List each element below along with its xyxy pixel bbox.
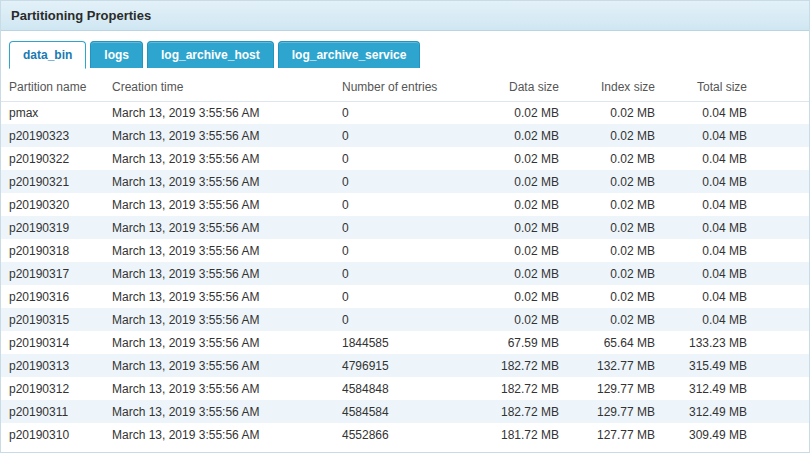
table-cell: 127.77 MB bbox=[567, 423, 663, 446]
table-cell: 0 bbox=[334, 262, 471, 285]
table-cell: 0.02 MB bbox=[567, 101, 663, 124]
table-cell: March 13, 2019 3:55:56 AM bbox=[104, 308, 334, 331]
table-cell: pmax bbox=[1, 101, 104, 124]
table-cell: 315.49 MB bbox=[663, 354, 809, 377]
table-cell: p20190317 bbox=[1, 262, 104, 285]
table-cell: 0.02 MB bbox=[471, 101, 567, 124]
table-cell: 0.02 MB bbox=[471, 170, 567, 193]
table-cell: 0.04 MB bbox=[663, 101, 809, 124]
table-cell: 67.59 MB bbox=[471, 331, 567, 354]
tab-data_bin[interactable]: data_bin bbox=[9, 41, 86, 69]
table-body: pmaxMarch 13, 2019 3:55:56 AM00.02 MB0.0… bbox=[1, 101, 809, 446]
tab-logs[interactable]: logs bbox=[90, 41, 143, 68]
tab-log_archive_service[interactable]: log_archive_service bbox=[278, 41, 421, 68]
table-row[interactable]: p20190312March 13, 2019 3:55:56 AM458484… bbox=[1, 377, 809, 400]
table-cell: 0.02 MB bbox=[567, 308, 663, 331]
table-row[interactable]: p20190321March 13, 2019 3:55:56 AM00.02 … bbox=[1, 170, 809, 193]
table-cell: 0.02 MB bbox=[567, 285, 663, 308]
table-cell: 312.49 MB bbox=[663, 377, 809, 400]
table-cell: 0.04 MB bbox=[663, 170, 809, 193]
table-cell: March 13, 2019 3:55:56 AM bbox=[104, 147, 334, 170]
table-cell: 0.04 MB bbox=[663, 239, 809, 262]
table-cell: 0.04 MB bbox=[663, 147, 809, 170]
table-cell: 129.77 MB bbox=[567, 400, 663, 423]
table-row[interactable]: p20190315March 13, 2019 3:55:56 AM00.02 … bbox=[1, 308, 809, 331]
table-cell: March 13, 2019 3:55:56 AM bbox=[104, 423, 334, 446]
table-row[interactable]: p20190310March 13, 2019 3:55:56 AM455286… bbox=[1, 423, 809, 446]
table-cell: 0.02 MB bbox=[567, 193, 663, 216]
table-cell: p20190313 bbox=[1, 354, 104, 377]
table-cell: 0.04 MB bbox=[663, 262, 809, 285]
table-cell: p20190319 bbox=[1, 216, 104, 239]
column-header: Partition name bbox=[1, 74, 104, 101]
table-cell: 0.02 MB bbox=[567, 262, 663, 285]
partitioning-properties-panel: Partitioning Properties data_binlogslog_… bbox=[0, 0, 810, 453]
table-cell: March 13, 2019 3:55:56 AM bbox=[104, 124, 334, 147]
table-row[interactable]: p20190323March 13, 2019 3:55:56 AM00.02 … bbox=[1, 124, 809, 147]
tab-bar: data_binlogslog_archive_hostlog_archive_… bbox=[1, 31, 809, 68]
table-cell: March 13, 2019 3:55:56 AM bbox=[104, 239, 334, 262]
table-cell: 0.02 MB bbox=[567, 216, 663, 239]
table-cell: p20190314 bbox=[1, 331, 104, 354]
column-header: Index size bbox=[567, 74, 663, 101]
table-cell: 0 bbox=[334, 308, 471, 331]
table-cell: 0.02 MB bbox=[471, 216, 567, 239]
table-cell: March 13, 2019 3:55:56 AM bbox=[104, 331, 334, 354]
table-header-row: Partition nameCreation timeNumber of ent… bbox=[1, 74, 809, 101]
table-row[interactable]: pmaxMarch 13, 2019 3:55:56 AM00.02 MB0.0… bbox=[1, 101, 809, 124]
table-cell: 129.77 MB bbox=[567, 377, 663, 400]
table-cell: 309.49 MB bbox=[663, 423, 809, 446]
table-cell: 0.02 MB bbox=[471, 308, 567, 331]
table-cell: March 13, 2019 3:55:56 AM bbox=[104, 193, 334, 216]
table-cell: 0.04 MB bbox=[663, 308, 809, 331]
table-cell: p20190310 bbox=[1, 423, 104, 446]
partitions-table: Partition nameCreation timeNumber of ent… bbox=[1, 74, 809, 446]
table-cell: p20190321 bbox=[1, 170, 104, 193]
table-cell: 0.02 MB bbox=[471, 239, 567, 262]
table-row[interactable]: p20190320March 13, 2019 3:55:56 AM00.02 … bbox=[1, 193, 809, 216]
table-cell: 65.64 MB bbox=[567, 331, 663, 354]
tab-log_archive_host[interactable]: log_archive_host bbox=[147, 41, 274, 68]
table-cell: 133.23 MB bbox=[663, 331, 809, 354]
table-cell: 132.77 MB bbox=[567, 354, 663, 377]
table-cell: 4552866 bbox=[334, 423, 471, 446]
table-cell: 0.02 MB bbox=[567, 147, 663, 170]
panel-title: Partitioning Properties bbox=[1, 1, 809, 31]
table-cell: 182.72 MB bbox=[471, 377, 567, 400]
table-row[interactable]: p20190319March 13, 2019 3:55:56 AM00.02 … bbox=[1, 216, 809, 239]
table-cell: 0.04 MB bbox=[663, 285, 809, 308]
table-cell: March 13, 2019 3:55:56 AM bbox=[104, 216, 334, 239]
table-cell: p20190311 bbox=[1, 400, 104, 423]
table-cell: 0 bbox=[334, 216, 471, 239]
table-cell: p20190315 bbox=[1, 308, 104, 331]
table-cell: p20190322 bbox=[1, 147, 104, 170]
tab-content: Partition nameCreation timeNumber of ent… bbox=[1, 68, 809, 446]
table-row[interactable]: p20190318March 13, 2019 3:55:56 AM00.02 … bbox=[1, 239, 809, 262]
table-cell: p20190312 bbox=[1, 377, 104, 400]
table-cell: March 13, 2019 3:55:56 AM bbox=[104, 354, 334, 377]
table-row[interactable]: p20190316March 13, 2019 3:55:56 AM00.02 … bbox=[1, 285, 809, 308]
table-cell: 0.02 MB bbox=[567, 170, 663, 193]
table-cell: 0 bbox=[334, 170, 471, 193]
table-row[interactable]: p20190317March 13, 2019 3:55:56 AM00.02 … bbox=[1, 262, 809, 285]
table-cell: March 13, 2019 3:55:56 AM bbox=[104, 377, 334, 400]
table-cell: March 13, 2019 3:55:56 AM bbox=[104, 262, 334, 285]
table-cell: 0.02 MB bbox=[471, 124, 567, 147]
table-cell: p20190316 bbox=[1, 285, 104, 308]
table-cell: 0 bbox=[334, 285, 471, 308]
table-cell: 0.02 MB bbox=[471, 285, 567, 308]
table-cell: 0.02 MB bbox=[471, 147, 567, 170]
table-cell: 0 bbox=[334, 193, 471, 216]
table-cell: 0.02 MB bbox=[567, 239, 663, 262]
table-cell: 182.72 MB bbox=[471, 354, 567, 377]
table-cell: 4584848 bbox=[334, 377, 471, 400]
table-row[interactable]: p20190322March 13, 2019 3:55:56 AM00.02 … bbox=[1, 147, 809, 170]
table-row[interactable]: p20190311March 13, 2019 3:55:56 AM458458… bbox=[1, 400, 809, 423]
table-cell: 4796915 bbox=[334, 354, 471, 377]
table-row[interactable]: p20190314March 13, 2019 3:55:56 AM184458… bbox=[1, 331, 809, 354]
table-cell: p20190323 bbox=[1, 124, 104, 147]
column-header: Total size bbox=[663, 74, 809, 101]
table-cell: 0.02 MB bbox=[471, 262, 567, 285]
table-row[interactable]: p20190313March 13, 2019 3:55:56 AM479691… bbox=[1, 354, 809, 377]
table-cell: 0.04 MB bbox=[663, 216, 809, 239]
